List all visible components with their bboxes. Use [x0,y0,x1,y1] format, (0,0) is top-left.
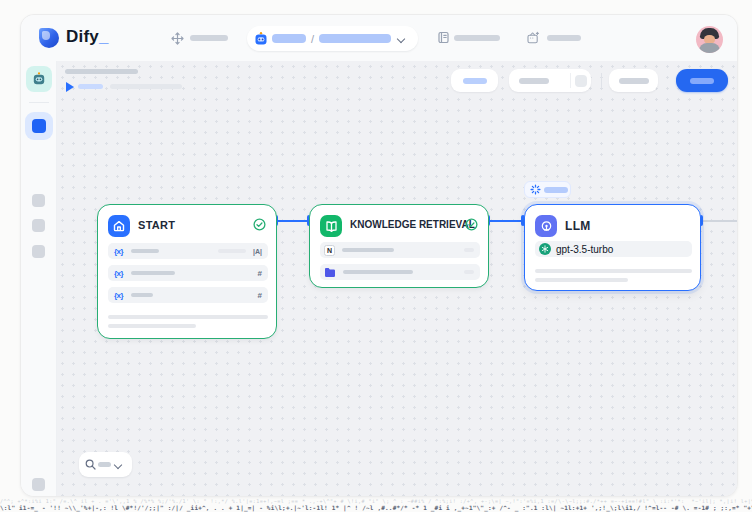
top-header: Dify_ / [21,15,737,61]
source-name-placeholder [342,248,394,252]
robot-icon [253,31,269,47]
source-meta-placeholder [464,248,474,252]
edge-knowledge-to-llm[interactable] [489,220,524,222]
description-placeholder [535,269,692,273]
edge-start-to-knowledge[interactable] [277,220,309,222]
features-label-placeholder [463,78,487,84]
workflow-name-placeholder [319,34,391,43]
run-play-icon[interactable] [66,82,74,92]
llm-brain-icon [535,215,557,237]
node-llm[interactable]: LLM gpt-3.5-turbo [524,204,701,291]
home-icon [108,215,130,237]
description-placeholder [108,315,268,319]
knowledge-source-row [320,264,480,280]
env-placeholder-bar [190,35,228,41]
publish-button[interactable] [676,69,728,92]
screen: Dify_ / [0,0,752,512]
extensions-placeholder-bar [547,35,581,41]
node-knowledge-retrieval[interactable]: KNOWLEDGE RETRIEVAL N [309,204,489,288]
variable-name-placeholder [131,271,175,275]
spinner-icon [530,184,541,195]
folder-icon [324,267,336,278]
sidebar-item-3[interactable] [32,245,45,258]
sidebar-item-2[interactable] [32,219,45,232]
variable-icon: {x} [114,291,123,300]
sidebar-item-workflow-active[interactable] [25,112,53,140]
breadcrumb-separator: / [311,33,314,45]
docs-book-icon[interactable] [437,31,450,44]
group-divider [570,73,571,88]
workflow-icon [32,119,46,133]
noise-texture-top: /^^; +^*:i%i 1:" /=.\^_il + . ='\',,1_% … [0,498,752,504]
variable-icon: {x} [114,247,123,256]
variable-name-placeholder [131,293,153,297]
start-variable-row: {x} |A| [108,243,268,259]
docs-placeholder-bar [454,35,500,41]
run-history-button-group[interactable] [509,69,591,92]
running-status-pill [524,181,571,198]
status-label-placeholder [544,187,568,193]
magnifier-icon [85,459,96,470]
preview-label-placeholder [619,78,649,84]
brand-name: Dify [66,27,99,46]
user-avatar[interactable] [696,26,723,53]
source-meta-placeholder [464,270,474,274]
brand-wordmark: Dify_ [66,27,109,47]
zoom-value-placeholder [98,462,111,467]
description-placeholder [535,278,628,282]
type-number-icon: # [258,269,262,278]
app-window: Dify_ / [20,14,738,497]
avatar-body [699,43,720,53]
node-title: START [138,219,175,231]
tv-plus-icon[interactable] [526,31,540,45]
preview-button[interactable] [609,69,658,92]
open-book-icon [320,215,342,237]
sidebar-divider [29,102,49,103]
sidebar-item-bottom[interactable] [32,478,45,491]
type-number-icon: # [258,291,262,300]
zoom-control[interactable] [79,452,132,477]
chevron-down-icon[interactable] [397,35,405,43]
knowledge-source-row: N [320,242,480,258]
publish-label-placeholder [690,78,714,84]
sidebar-item-1[interactable] [32,194,45,207]
left-sidebar [21,61,57,497]
success-check-icon [253,218,266,231]
app-switcher-pill[interactable]: / [247,26,418,51]
notion-icon: N [324,245,335,256]
edge-llm-outgoing[interactable] [701,220,738,222]
toolbar-divider [601,73,602,88]
move-icon[interactable] [171,32,184,45]
variable-icon: {x} [114,269,123,278]
dify-logo-icon [39,28,59,48]
model-name: gpt-3.5-turbo [556,244,613,255]
brand-cursor: _ [99,27,109,46]
variable-name-placeholder [131,249,159,253]
source-name-placeholder [343,270,413,274]
node-title: KNOWLEDGE RETRIEVAL [350,219,475,230]
description-placeholder [108,324,196,328]
type-string-icon: |A| [253,248,262,255]
workflow-canvas[interactable]: START {x} |A| {x} # [57,61,738,497]
group-label-placeholder [519,78,549,84]
node-title: LLM [565,219,591,233]
run-meta-placeholder [110,84,182,89]
start-variable-row: {x} # [108,265,268,281]
success-check-icon [465,218,478,231]
workflow-title-placeholder [65,69,138,74]
features-button[interactable] [451,69,498,92]
start-variable-row: {x} # [108,287,268,303]
app-icon-robot[interactable] [26,66,52,92]
run-label-placeholder [78,84,103,89]
noise-texture-bottom: \:l" i1-=_ - '!! ~\\_'%+|-,: !l \#*!/'/;… [0,504,752,512]
llm-model-row: gpt-3.5-turbo [535,241,692,257]
app-name-placeholder [272,34,306,43]
chevron-down-icon [114,461,122,469]
node-start[interactable]: START {x} |A| {x} # [97,204,277,339]
variable-value-placeholder [218,249,246,253]
history-icon[interactable] [575,75,587,87]
openai-icon [539,243,551,255]
